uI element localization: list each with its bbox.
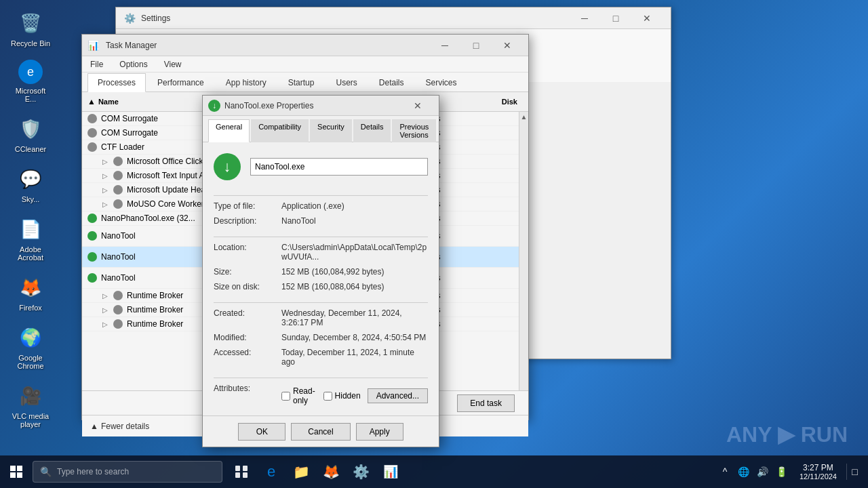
desktop-icon-firefox[interactable]: 🦊 Firefox — [7, 271, 54, 314]
expand-icon[interactable]: ▷ — [101, 157, 109, 165]
properties-titlebar: ↓ NanoTool.exe Properties ✕ — [203, 96, 439, 116]
desktop-icon-skype[interactable]: 💬 Sky... — [7, 163, 54, 206]
size-on-disk-label: Size on disk: — [214, 282, 281, 291]
tab-details[interactable]: Details — [369, 73, 414, 92]
task-manager-title: Task Manager — [103, 41, 429, 50]
desktop-icon-chrome[interactable]: 🌍 Google Chrome — [7, 321, 54, 373]
desktop-icon-recycle-bin[interactable]: 🗑️ Recycle Bin — [7, 7, 54, 50]
file-name-input[interactable] — [250, 158, 428, 176]
menu-options[interactable]: Options — [117, 58, 150, 70]
desktop-icon-edge[interactable]: e Microsoft E... — [7, 57, 54, 106]
description-label: Description: — [214, 216, 281, 226]
size-value: 152 MB (160,084,992 bytes) — [281, 267, 428, 277]
expand-icon[interactable]: ▷ — [101, 200, 109, 208]
properties-close-button[interactable]: ✕ — [402, 95, 433, 117]
file-big-icon: ↓ — [214, 153, 241, 180]
ok-button[interactable]: OK — [238, 423, 285, 441]
expand-icon[interactable]: ▷ — [101, 306, 109, 314]
end-task-button[interactable]: End task — [457, 394, 515, 412]
tab-processes[interactable]: Processes — [87, 73, 146, 92]
size-row: Size: 152 MB (160,084,992 bytes) — [214, 267, 428, 277]
advanced-button[interactable]: Advanced... — [368, 388, 428, 403]
hidden-checkbox[interactable] — [323, 392, 332, 401]
col-header-disk[interactable]: Disk — [430, 98, 523, 106]
desktop-icon-ccleaner[interactable]: 🛡️ CCleaner — [7, 113, 54, 156]
edge-label: Microsoft E... — [9, 87, 52, 103]
desktop-icon-vlc[interactable]: 🎥 VLC media player — [7, 380, 54, 431]
fewer-details-label: Fewer details — [101, 422, 149, 431]
hidden-checkbox-label[interactable]: Hidden — [323, 391, 361, 401]
settings-title: Settings — [141, 14, 569, 23]
menu-view[interactable]: View — [161, 58, 184, 70]
properties-title-text: NanoTool.exe Properties — [224, 101, 402, 110]
desktop-icons: 🗑️ Recycle Bin e Microsoft E... 🛡️ CClea… — [7, 7, 54, 431]
other-taskbar-button[interactable]: 📊 — [377, 458, 404, 485]
menu-file[interactable]: File — [87, 58, 106, 70]
location-label: Location: — [214, 243, 281, 252]
explorer-taskbar-button[interactable]: 📁 — [288, 458, 315, 485]
tab-startup[interactable]: Startup — [278, 73, 325, 92]
search-placeholder-text: Type here to search — [57, 467, 129, 476]
taskbar-search[interactable]: 🔍 Type here to search — [33, 461, 222, 483]
fewer-details-button[interactable]: ▲ Fewer details — [90, 422, 149, 431]
taskbar-clock[interactable]: 3:27 PM 12/11/2024 — [793, 463, 844, 481]
created-value: Wednesday, December 11, 2024, 3:26:17 PM — [281, 308, 428, 327]
expand-icon[interactable]: ▷ — [101, 171, 109, 180]
accessed-value: Today, December 11, 2024, 1 minute ago — [281, 348, 428, 367]
expand-icon[interactable]: ▷ — [101, 291, 109, 300]
prop-tab-security[interactable]: Security — [310, 119, 352, 142]
readonly-checkbox-label[interactable]: Read-only — [281, 386, 317, 405]
desktop: 🗑️ Recycle Bin e Microsoft E... 🛡️ CClea… — [0, 0, 868, 488]
taskmanager-maximize-button[interactable]: □ — [460, 35, 492, 56]
cancel-button[interactable]: Cancel — [291, 423, 350, 441]
tab-performance[interactable]: Performance — [147, 73, 214, 92]
modified-value: Sunday, December 8, 2024, 4:50:54 PM — [281, 333, 428, 342]
acrobat-label: Adobe Acrobat — [9, 245, 52, 262]
svg-rect-2 — [10, 472, 16, 478]
process-icon — [113, 305, 123, 314]
tray-volume-icon[interactable]: 🔊 — [755, 464, 771, 480]
prop-tab-previous-versions[interactable]: Previous Versions — [392, 119, 436, 142]
created-row: Created: Wednesday, December 11, 2024, 3… — [214, 308, 428, 327]
desktop-icon-acrobat[interactable]: 📄 Adobe Acrobat — [7, 213, 54, 264]
firefox-taskbar-button[interactable]: 🦊 — [317, 458, 344, 485]
tab-app-history[interactable]: App history — [216, 73, 277, 92]
svg-rect-5 — [243, 466, 248, 471]
tray-caret-icon[interactable]: ^ — [717, 464, 733, 480]
svg-rect-1 — [17, 466, 22, 471]
settings-close-button[interactable]: ✕ — [631, 7, 663, 29]
settings-minimize-button[interactable]: ─ — [569, 7, 600, 29]
type-of-file-value: Application (.exe) — [281, 201, 428, 211]
readonly-checkbox[interactable] — [281, 392, 290, 401]
prop-tab-compatibility[interactable]: Compatibility — [251, 119, 309, 142]
start-button[interactable] — [0, 455, 33, 488]
recycle-bin-icon: 🗑️ — [17, 9, 44, 37]
process-icon — [87, 128, 97, 138]
task-manager-tabs: Processes Performance App history Startu… — [82, 73, 528, 92]
prop-tab-details[interactable]: Details — [353, 119, 391, 142]
taskmanager-minimize-button[interactable]: ─ — [429, 35, 460, 56]
taskmanager-close-button[interactable]: ✕ — [492, 35, 523, 56]
show-desktop-button[interactable]: □ — [846, 464, 863, 480]
row-name-text: COM Surrogate — [101, 114, 158, 123]
tab-services[interactable]: Services — [416, 73, 467, 92]
edge-taskbar-button[interactable]: e — [258, 458, 285, 485]
size-on-disk-value: 152 MB (160,088,064 bytes) — [281, 282, 428, 291]
prop-tab-general[interactable]: General — [208, 119, 250, 142]
taskbar-tray: ^ 🌐 🔊 🔋 3:27 PM 12/11/2024 □ — [717, 463, 868, 481]
settings-maximize-button[interactable]: □ — [600, 7, 631, 29]
tab-users[interactable]: Users — [326, 73, 367, 92]
settings-taskbar-button[interactable]: ⚙️ — [347, 458, 374, 485]
expand-icon[interactable]: ▷ — [101, 186, 109, 194]
process-icon — [87, 252, 97, 262]
tray-battery-icon[interactable]: 🔋 — [774, 464, 790, 480]
taskview-button[interactable] — [228, 458, 255, 485]
divider2 — [214, 237, 428, 237]
expand-icon[interactable]: ▷ — [101, 320, 109, 328]
skype-label: Sky... — [22, 195, 40, 203]
apply-button[interactable]: Apply — [356, 423, 403, 441]
tray-network-icon[interactable]: 🌐 — [736, 464, 752, 480]
row-name-text: CTF Loader — [101, 142, 144, 152]
anyrun-watermark: ANY ▶ RUN — [726, 422, 848, 447]
divider3 — [214, 302, 428, 303]
